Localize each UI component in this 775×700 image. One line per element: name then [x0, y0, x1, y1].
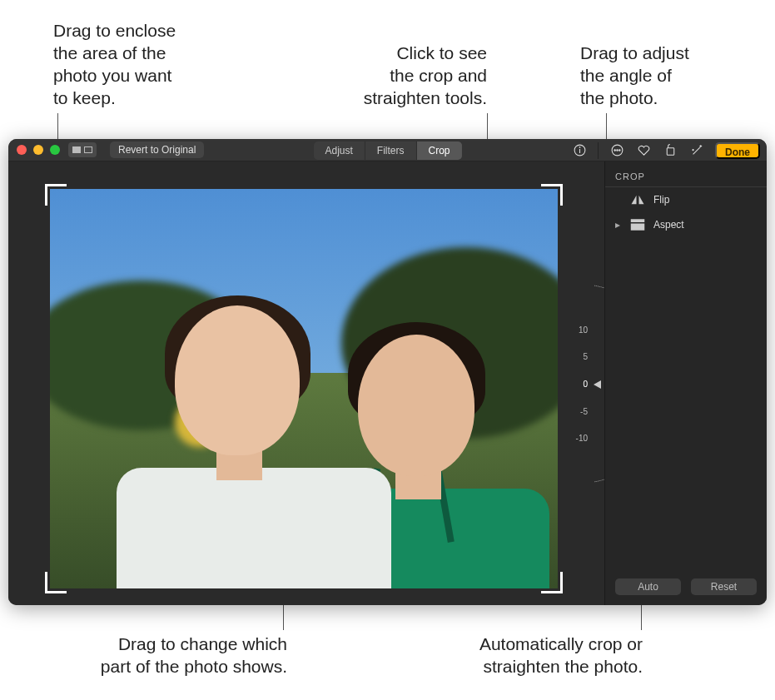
callout-bottom-right: Automatically crop orstraighten the phot…	[414, 633, 643, 678]
reset-crop-button[interactable]: Reset	[691, 578, 757, 595]
dial-tick-label: 10	[579, 325, 588, 335]
callout-top-mid: Click to seethe crop andstraighten tools…	[325, 42, 487, 109]
toolbar-divider	[598, 142, 599, 159]
svg-point-4	[614, 150, 614, 151]
crop-handle-bottom-right[interactable]	[541, 572, 563, 593]
aspect-icon	[630, 219, 645, 231]
photo-crop-region[interactable]	[50, 189, 558, 588]
window-traffic-lights	[17, 145, 60, 155]
window-titlebar: Revert to Original Adjust Filters Crop	[8, 139, 767, 161]
compare-icon	[72, 146, 81, 153]
crop-aspect-row[interactable]: ▸ Aspect	[605, 212, 767, 237]
flip-label: Flip	[653, 194, 669, 206]
chevron-right-icon: ▸	[615, 219, 622, 231]
compare-view-toggle[interactable]	[68, 142, 97, 157]
tab-adjust[interactable]: Adjust	[313, 141, 365, 160]
svg-point-2	[579, 147, 580, 148]
callout-top-right: Drag to adjustthe angle ofthe photo.	[580, 42, 722, 109]
dial-pointer-icon	[594, 380, 601, 389]
svg-point-6	[619, 150, 619, 151]
flip-icon	[630, 194, 645, 206]
rotate-icon[interactable]	[662, 142, 678, 159]
svg-marker-8	[632, 196, 637, 205]
dial-tick-label: 0	[583, 380, 588, 389]
svg-rect-11	[631, 224, 645, 231]
titlebar-right-tools: Done	[571, 139, 760, 161]
photo-canvas: 10 5 0 -5 -10	[8, 161, 604, 605]
zoom-window-button[interactable]	[50, 145, 60, 155]
svg-point-5	[616, 150, 617, 151]
callout-bottom-left: Drag to change whichpart of the photo sh…	[54, 633, 287, 678]
dial-tick-label: -5	[580, 407, 588, 416]
photo-content	[117, 305, 400, 588]
crop-flip-row[interactable]: Flip	[605, 187, 767, 212]
callout-top-left: Drag to enclosethe area of thephoto you …	[53, 19, 203, 109]
info-icon[interactable]	[571, 142, 588, 159]
aspect-label: Aspect	[653, 219, 684, 231]
panel-footer: Auto Reset	[605, 570, 767, 605]
edit-mode-tabs: Adjust Filters Crop	[313, 141, 461, 160]
callout-line	[487, 113, 488, 142]
tab-crop[interactable]: Crop	[417, 141, 462, 160]
done-button[interactable]: Done	[715, 142, 760, 159]
svg-rect-10	[631, 219, 645, 222]
auto-crop-button[interactable]: Auto	[615, 578, 681, 595]
tab-filters[interactable]: Filters	[365, 141, 417, 160]
panel-spacer	[605, 237, 767, 570]
panel-title: CROP	[605, 161, 767, 187]
crop-handle-top-left[interactable]	[45, 184, 67, 206]
more-icon[interactable]	[609, 142, 625, 159]
revert-to-original-button[interactable]: Revert to Original	[110, 141, 204, 158]
dial-tick-label: 5	[583, 352, 588, 361]
callout-line	[641, 601, 642, 630]
compare-icon	[84, 146, 92, 153]
crop-handle-top-right[interactable]	[541, 184, 563, 206]
auto-enhance-wand-icon[interactable]	[688, 142, 705, 159]
minimize-window-button[interactable]	[33, 145, 43, 155]
favorite-heart-icon[interactable]	[635, 142, 652, 159]
crop-side-panel: CROP Flip ▸ Aspect Auto Reset	[604, 161, 767, 605]
svg-rect-7	[667, 148, 674, 156]
svg-marker-9	[639, 196, 644, 205]
photos-edit-window: Revert to Original Adjust Filters Crop	[8, 139, 767, 605]
crop-handle-bottom-left[interactable]	[45, 572, 67, 593]
dial-tick-label: -10	[576, 434, 588, 443]
straighten-angle-dial[interactable]: 10 5 0 -5 -10	[551, 292, 603, 475]
close-window-button[interactable]	[17, 145, 27, 155]
